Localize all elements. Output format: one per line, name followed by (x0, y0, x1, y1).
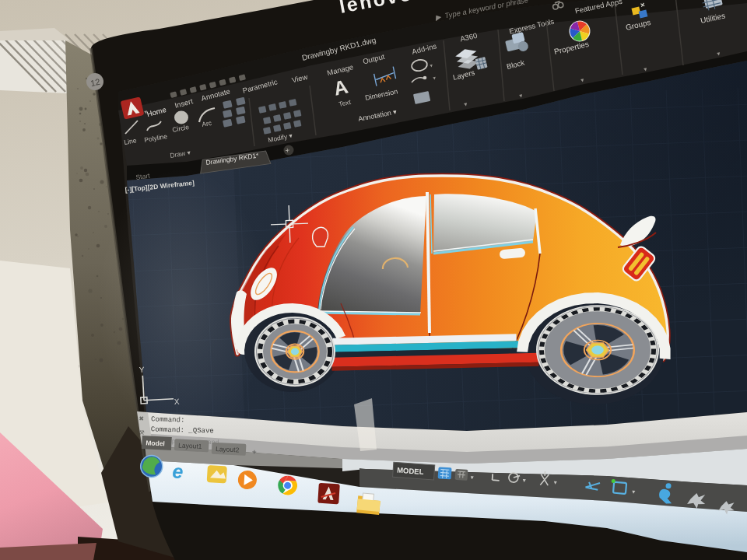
svg-text:e: e (172, 460, 184, 482)
svg-text:Layout2: Layout2 (216, 445, 240, 454)
svg-text:+: + (252, 447, 258, 456)
svg-text:▾: ▾ (553, 479, 557, 486)
svg-text:▾: ▾ (470, 474, 474, 481)
svg-text:Layout1: Layout1 (178, 441, 202, 450)
svg-text:▾: ▾ (632, 488, 636, 495)
svg-text:Model: Model (146, 439, 165, 447)
svg-text:▾: ▾ (522, 477, 526, 484)
svg-text:⚒: ⚒ (139, 429, 145, 436)
svg-text:12: 12 (89, 77, 100, 88)
